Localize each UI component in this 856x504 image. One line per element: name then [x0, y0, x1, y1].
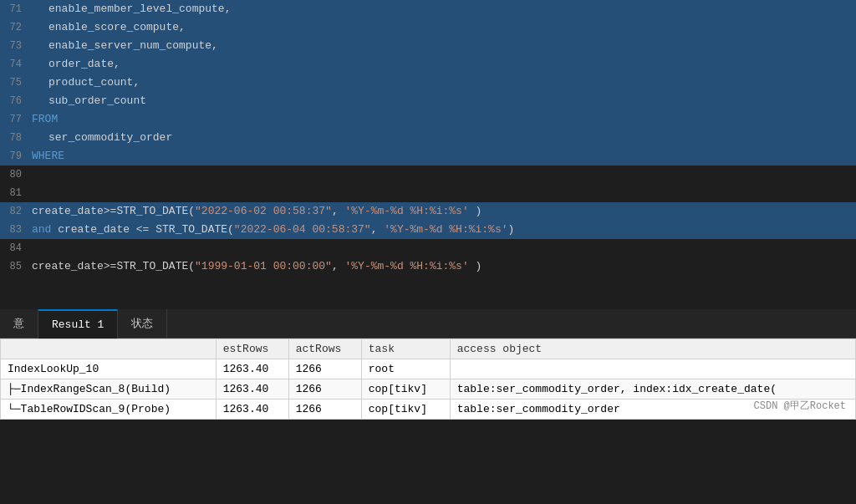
code-token: ,	[332, 205, 345, 217]
code-content: WHERE	[32, 147, 849, 165]
line-number: 79	[7, 147, 32, 165]
code-line: 71 enable_member_level_compute,	[0, 0, 856, 18]
line-number: 71	[7, 0, 32, 18]
code-token: '%Y-%m-%d %H:%i:%s'	[344, 205, 468, 217]
table-cell: root	[361, 359, 450, 379]
code-content: FROM	[32, 110, 849, 129]
code-token: create_date>=STR_TO_DATE(	[32, 205, 195, 217]
code-token	[32, 0, 48, 18]
code-token	[32, 129, 48, 147]
table-cell: 1263.40	[216, 379, 288, 400]
code-token: '%Y-%m-%d %H:%i:%s'	[384, 223, 507, 236]
table-cell: 1266	[288, 379, 361, 400]
code-content: product_count,	[32, 74, 849, 92]
code-token: ,	[371, 223, 385, 236]
tab-状态[interactable]: 状态	[118, 309, 167, 339]
table-row: ├─IndexRangeScan_8(Build)1263.401266cop[…	[1, 379, 856, 400]
code-token: FROM	[32, 113, 58, 125]
line-number: 84	[7, 239, 32, 257]
code-token	[32, 92, 48, 110]
table-cell: IndexLookUp_10	[1, 359, 217, 379]
code-line: 76 sub_order_count	[0, 92, 856, 110]
code-line: 81	[0, 184, 856, 202]
code-token: )	[469, 260, 482, 272]
code-content: ser_commodity_order	[32, 129, 849, 147]
code-line: 80	[0, 165, 856, 184]
table-header: actRows	[288, 339, 361, 359]
line-number: 75	[7, 74, 32, 92]
code-content: create_date>=STR_TO_DATE("2022-06-02 00:…	[32, 202, 849, 221]
code-token: "2022-06-02 00:58:37"	[195, 205, 332, 217]
code-line: 84	[0, 239, 856, 257]
code-token: ,	[332, 260, 345, 272]
table-cell: ├─IndexRangeScan_8(Build)	[1, 379, 217, 400]
line-number: 83	[7, 221, 32, 239]
table-cell: table:ser_commodity_order, index:idx_cre…	[450, 379, 855, 400]
code-token	[32, 74, 48, 92]
table-cell: 1263.40	[216, 359, 288, 379]
code-token	[32, 37, 48, 55]
code-content: enable_member_level_compute,	[32, 0, 849, 18]
code-line: 79WHERE	[0, 147, 856, 165]
line-number: 80	[7, 165, 32, 184]
line-number: 78	[7, 129, 32, 147]
line-number: 76	[7, 92, 32, 110]
code-token: sub_order_count	[48, 94, 146, 107]
table-header: access object	[450, 339, 855, 359]
code-line: 82create_date>=STR_TO_DATE("2022-06-02 0…	[0, 202, 856, 221]
code-token: and	[32, 223, 51, 236]
line-number: 74	[7, 55, 32, 74]
table-cell: 1263.40	[216, 400, 288, 420]
tab-result-1[interactable]: Result 1	[38, 309, 118, 339]
code-content: sub_order_count	[32, 92, 849, 110]
code-line: 78 ser_commodity_order	[0, 129, 856, 147]
table-cell: cop[tikv]	[361, 379, 450, 400]
code-token: enable_member_level_compute,	[48, 3, 231, 15]
line-number: 72	[7, 18, 32, 37]
line-number: 82	[7, 202, 32, 221]
code-line: 74 order_date,	[0, 55, 856, 74]
code-token: enable_server_num_compute,	[48, 39, 218, 52]
code-token: ser_commodity_order	[48, 131, 172, 144]
table-cell: cop[tikv]	[361, 400, 450, 420]
code-token: product_count,	[48, 76, 140, 89]
code-token	[32, 55, 48, 74]
code-line: 73 enable_server_num_compute,	[0, 37, 856, 55]
code-line: 85create_date>=STR_TO_DATE("1999-01-01 0…	[0, 257, 856, 276]
tabs-bar: 意Result 1状态	[0, 309, 856, 339]
table-cell: └─TableRowIDScan_9(Probe)	[1, 400, 217, 420]
table-header: task	[361, 339, 450, 359]
code-token: )	[508, 223, 515, 236]
table-header: estRows	[216, 339, 288, 359]
code-line: 83and create_date <= STR_TO_DATE("2022-0…	[0, 221, 856, 239]
code-token: '%Y-%m-%d %H:%i:%s'	[344, 260, 468, 272]
watermark: CSDN @甲乙Rocket	[754, 399, 846, 413]
code-content: enable_score_compute,	[32, 18, 849, 37]
table-cell: 1266	[288, 359, 361, 379]
code-token: "1999-01-01 00:00:00"	[195, 260, 332, 272]
code-content: enable_server_num_compute,	[32, 37, 849, 55]
tab-意[interactable]: 意	[0, 309, 38, 339]
code-line: 75 product_count,	[0, 74, 856, 92]
code-token: order_date,	[48, 58, 120, 70]
table-row: └─TableRowIDScan_9(Probe)1263.401266cop[…	[1, 400, 856, 420]
table-row: IndexLookUp_101263.401266root	[1, 359, 856, 379]
line-number: 85	[7, 257, 32, 276]
code-token: "2022-06-04 00:58:37"	[234, 223, 371, 236]
table-cell: 1266	[288, 400, 361, 420]
line-number: 77	[7, 110, 32, 129]
code-line: 72 enable_score_compute,	[0, 18, 856, 37]
code-content: create_date>=STR_TO_DATE("1999-01-01 00:…	[32, 257, 849, 276]
code-content: and create_date <= STR_TO_DATE("2022-06-…	[32, 221, 849, 239]
code-token: create_date>=STR_TO_DATE(	[32, 260, 195, 272]
code-token: )	[469, 205, 482, 217]
results-section: estRowsactRowstaskaccess object IndexLoo…	[0, 339, 856, 420]
code-token: enable_score_compute,	[48, 21, 186, 33]
line-number: 81	[7, 184, 32, 202]
code-content: order_date,	[32, 55, 849, 74]
code-token: create_date <= STR_TO_DATE(	[51, 223, 233, 236]
code-token	[32, 18, 48, 37]
results-table: estRowsactRowstaskaccess object IndexLoo…	[0, 339, 856, 420]
code-token: WHERE	[32, 150, 64, 162]
table-cell	[450, 359, 855, 379]
